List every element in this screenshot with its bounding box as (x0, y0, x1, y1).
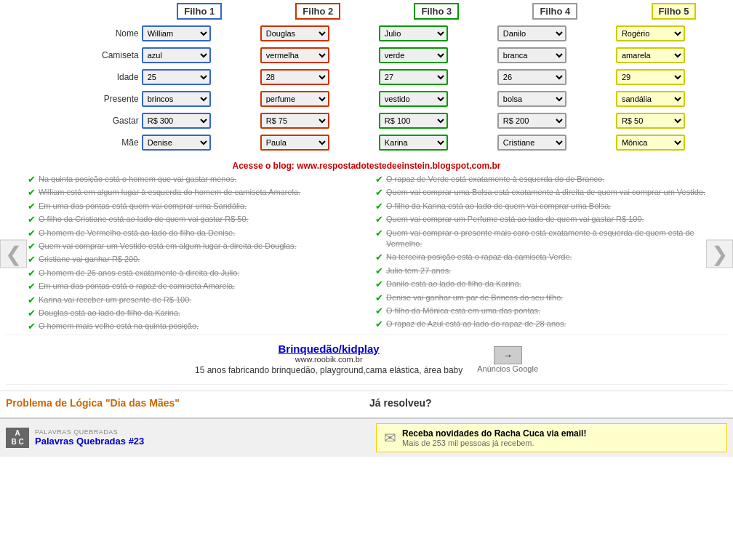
filho5-presente-select[interactable]: sandália (616, 91, 685, 107)
ad-title[interactable]: Brinquedão/kidplay (195, 343, 462, 355)
clue-item: ✔Douglas está ao lado do filho da Karina… (28, 308, 358, 319)
filho1-camiseta-select[interactable]: azul (142, 47, 211, 63)
filho2-presente-select[interactable]: perfume (260, 91, 329, 107)
ad-arrow-button[interactable]: → (494, 346, 522, 364)
envelope-icon: ✉ (384, 429, 396, 447)
ad-google-label: Anúncios Google (477, 364, 538, 373)
row-label-camiseta: Camiseta (0, 44, 140, 66)
filho5-idade-select[interactable]: 29 (616, 69, 685, 85)
filho5-header: Filho 5 (614, 0, 733, 23)
filho3-mae-select[interactable]: Karina (379, 135, 448, 151)
bottom-right: Já resolveu? (369, 397, 727, 412)
clues-right-col: ✔O rapaz de Verde está exatamente à esqu… (369, 174, 711, 335)
filho3-idade-select[interactable]: 27 (379, 69, 448, 85)
check-icon: ✔ (28, 241, 36, 252)
clue-item: ✔O rapaz de Azul está ao lado do rapaz d… (375, 319, 705, 329)
filho2-header: Filho 2 (259, 0, 377, 23)
filho4-presente-select[interactable]: bolsa (497, 91, 566, 107)
filho4-idade-select[interactable]: 26 (497, 69, 566, 85)
footer-left: PALAVRAS QUEBRADAS Palavras Quebradas #2… (35, 428, 370, 447)
clue-text: Na terceira posição está o rapaz da cami… (386, 252, 572, 263)
clue-text: O homem de Vermelho está ao lado do filh… (39, 228, 235, 239)
filho3-gastar-select[interactable]: R$ 100 (379, 113, 448, 129)
filho4-nome-select[interactable]: Danilo (497, 25, 566, 41)
nav-right-arrow[interactable]: ❯ (706, 240, 733, 268)
clue-text: William está em algum lugar à esquerda d… (39, 187, 300, 198)
bottom-left-title: Problema de Lógica "Dia das Mães" (6, 397, 364, 409)
filho1-gastar-select[interactable]: R$ 300 (142, 113, 211, 129)
footer-right-sub: Mais de 253 mil pessoas já recebem. (402, 439, 586, 447)
filho4-mae-select[interactable]: Cristiane (497, 135, 566, 151)
clue-item: ✔Quem vai comprar um Perfume está ao lad… (375, 214, 705, 225)
check-icon: ✔ (28, 174, 36, 185)
filho1-idade-select[interactable]: 25 (142, 69, 211, 85)
clue-text: Julio tem 27 anos. (386, 265, 451, 276)
filho2-nome-cell: Douglas (259, 23, 377, 44)
clue-item: ✔O filho da Karina está ao lado de quem … (375, 201, 705, 212)
clue-text: Cristiane vai ganhar R$ 200. (39, 254, 140, 265)
clue-item: ✔Julio tem 27 anos. (375, 265, 705, 276)
check-icon: ✔ (375, 305, 383, 316)
clue-item: ✔O filho da Mônica está em uma das ponta… (375, 305, 705, 316)
clue-text: Quem vai comprar um Vestido está em algu… (39, 241, 297, 252)
clue-item: ✔Quem vai comprar o presente mais caro e… (375, 228, 705, 250)
footer-link[interactable]: Palavras Quebradas #23 (35, 436, 370, 447)
clue-item: ✔Karina vai receber um presente de R$ 10… (28, 295, 358, 305)
check-icon: ✔ (28, 281, 36, 292)
footer-right-title: Receba novidades do Racha Cuca via email… (402, 428, 586, 439)
clue-text: Na quinta posição está o homem que vai g… (39, 174, 236, 185)
ad-description: 15 anos fabricando brinquedão, playgroun… (195, 365, 462, 375)
ad-url: www.roobik.com.br (195, 355, 462, 364)
filho5-camiseta-select[interactable]: amarela (616, 47, 685, 63)
clue-text: Denise vai ganhar um par de Brincos do s… (386, 292, 563, 303)
clue-item: ✔Quem vai comprar um Vestido está em alg… (28, 241, 358, 252)
clue-text: O homem de 26 anos está exatamente à dir… (39, 268, 239, 279)
filho1-presente-select[interactable]: brincos (142, 91, 211, 107)
check-icon: ✔ (28, 268, 36, 279)
filho1-mae-select[interactable]: Denise (142, 135, 211, 151)
filho3-presente-select[interactable]: vestido (379, 91, 448, 107)
check-icon: ✔ (375, 214, 383, 225)
check-icon: ✔ (375, 279, 383, 289)
check-icon: ✔ (28, 187, 36, 198)
filho1-nome-select[interactable]: William (142, 25, 211, 41)
clues-left-col: ✔Na quinta posição está o homem que vai … (22, 174, 364, 335)
filho2-camiseta-select[interactable]: vermelha (260, 47, 329, 63)
clue-text: Danilo está ao lado do filho da Karina. (386, 279, 521, 289)
clue-text: O filho da Mônica está em uma das pontas… (386, 305, 540, 316)
check-icon: ✔ (28, 228, 36, 239)
clue-text: Quem vai comprar uma Bolsa está exatamen… (386, 187, 705, 198)
filho2-nome-select[interactable]: Douglas (260, 25, 329, 41)
filho4-camiseta-select[interactable]: branca (497, 47, 566, 63)
filho4-header: Filho 4 (496, 0, 614, 23)
clue-item: ✔Denise vai ganhar um par de Brincos do … (375, 292, 705, 303)
filho4-gastar-select[interactable]: R$ 200 (497, 113, 566, 129)
row-label-presente: Presente (0, 88, 140, 110)
filho5-mae-select[interactable]: Mônica (616, 135, 685, 151)
nav-left-arrow[interactable]: ❮ (0, 240, 27, 268)
clue-text: Karina vai receber um presente de R$ 100… (39, 295, 191, 305)
filho2-gastar-select[interactable]: R$ 75 (260, 113, 329, 129)
footer-bar: AB C PALAVRAS QUEBRADAS Palavras Quebrad… (0, 417, 733, 457)
filho3-nome-select[interactable]: Julio (379, 25, 448, 41)
filho5-nome-cell: Rogério (614, 23, 733, 44)
clue-item: ✔William está em algum lugar à esquerda … (28, 187, 358, 198)
check-icon: ✔ (375, 265, 383, 276)
row-label-nome: Nome (0, 23, 140, 44)
blog-link[interactable]: Acesse o blog: www.respostadotestedeeins… (0, 156, 733, 174)
check-icon: ✔ (28, 214, 36, 225)
filho1-header: Filho 1 (140, 0, 259, 23)
filho5-gastar-select[interactable]: R$ 50 (616, 113, 685, 129)
check-icon: ✔ (375, 228, 383, 239)
filho2-mae-select[interactable]: Paula (260, 135, 329, 151)
filho3-camiseta-select[interactable]: verde (379, 47, 448, 63)
clue-item: ✔Em uma das pontas está quem vai comprar… (28, 201, 358, 212)
check-icon: ✔ (28, 254, 36, 265)
clue-text: Douglas está ao lado do filho da Karina. (39, 308, 180, 319)
clue-text: O filho da Cristiane está ao lado de que… (39, 214, 249, 225)
filho5-nome-select[interactable]: Rogério (616, 25, 685, 41)
filho4-nome-cell: Danilo (496, 23, 614, 44)
filho2-idade-select[interactable]: 28 (260, 69, 329, 85)
check-icon: ✔ (28, 308, 36, 319)
clue-item: ✔O homem de 26 anos está exatamente à di… (28, 268, 358, 279)
